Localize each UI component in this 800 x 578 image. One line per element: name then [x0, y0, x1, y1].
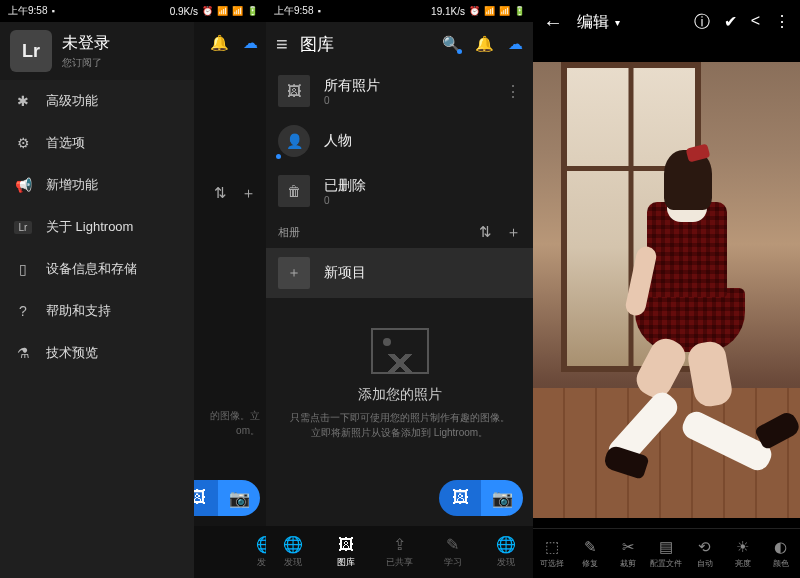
status-time: 上午9:58 — [8, 4, 47, 18]
plus-icon: ＋ — [278, 257, 310, 289]
chevron-down-icon[interactable]: ▾ — [615, 17, 620, 28]
plus-icon[interactable]: ＋ — [506, 223, 521, 242]
row-label: 人物 — [324, 132, 352, 150]
status-time: 上午9:58 — [274, 4, 313, 18]
row-people[interactable]: 👤 人物 — [266, 116, 533, 166]
subscription-status: 您订阅了 — [62, 56, 110, 70]
help-icon: ? — [14, 303, 32, 319]
plus-icon[interactable]: ＋ — [241, 184, 256, 203]
lr-icon: Lr — [14, 221, 32, 234]
star-icon: ✱ — [14, 93, 32, 109]
tool-label: 可选择 — [540, 558, 564, 569]
tool-heal[interactable]: ✎修复 — [571, 529, 609, 578]
tool-label: 裁剪 — [620, 558, 636, 569]
fab-camera[interactable]: 📷 — [218, 480, 260, 516]
cloud-icon[interactable]: ☁ — [508, 35, 523, 53]
tool-label: 颜色 — [773, 558, 789, 569]
globe-icon: 🌐 — [496, 535, 516, 554]
bell-icon[interactable]: 🔔 — [210, 34, 229, 52]
empty-image-icon — [371, 328, 429, 374]
tool-selective[interactable]: ⬚可选择 — [533, 529, 571, 578]
row-label: 已删除 — [324, 177, 366, 195]
auto-icon: ⟲ — [698, 538, 711, 556]
flask-icon: ⚗ — [14, 345, 32, 361]
screen-edit: ← 编辑 ▾ ⓘ ✔ < ⋮ — [533, 0, 800, 578]
nav-discover[interactable]: 🌐发现 — [266, 526, 319, 578]
tool-auto[interactable]: ⟲自动 — [686, 529, 724, 578]
status-net: 19.1K/s — [431, 6, 465, 17]
alarm-icon: ⏰ — [202, 6, 213, 16]
page-title: 图库 — [300, 33, 334, 56]
menu-label: 帮助和支持 — [46, 302, 111, 320]
fab-camera[interactable]: 📷 — [481, 480, 523, 516]
row-all-photos[interactable]: 🖼 所有照片0 ⋮ — [266, 66, 533, 116]
globe-icon: 🌐 — [256, 535, 266, 554]
lr-logo-icon: Lr — [10, 30, 52, 72]
battery-icon: 🔋 — [514, 6, 525, 16]
empty-state: 添加您的照片 只需点击一下即可使用您的照片制作有趣的图像。立即将新照片从设备添加… — [266, 328, 533, 440]
row-count: 0 — [324, 95, 380, 106]
tool-profiles[interactable]: ▤配置文件 — [647, 529, 685, 578]
tool-label: 修复 — [582, 558, 598, 569]
more-icon[interactable]: ⋮ — [505, 82, 521, 101]
nav-library[interactable]: 🖼图库 — [319, 526, 372, 578]
nav-shared[interactable]: ⇪已共享 — [373, 526, 426, 578]
row-label: 所有照片 — [324, 77, 380, 95]
tool-crop[interactable]: ✂裁剪 — [609, 529, 647, 578]
light-icon: ☀ — [736, 538, 749, 556]
nav-learn[interactable]: ✎学习 — [426, 526, 479, 578]
status-app-icon: ▪ — [51, 6, 54, 16]
wifi-icon: 📶 — [499, 6, 510, 16]
gear-icon: ⚙ — [14, 135, 32, 151]
more-icon[interactable]: ⋮ — [774, 12, 790, 33]
sort-icon[interactable]: ⇅ — [214, 184, 227, 203]
fab-add-image[interactable]: 🖼 — [439, 480, 481, 516]
nav-label: 图库 — [337, 556, 355, 569]
wifi-icon: 📶 — [232, 6, 243, 16]
page-title[interactable]: 编辑 — [577, 12, 609, 33]
menu-label: 新增功能 — [46, 176, 98, 194]
nav-label: 发现 — [497, 556, 515, 569]
screen-drawer: 上午9:58▪ 0.9K/s⏰📶📶🔋 Lr 未登录 您订阅了 ✱高级功能 ⚙首选… — [0, 0, 266, 578]
hamburger-icon[interactable]: ≡ — [276, 33, 288, 56]
status-app-icon: ▪ — [317, 6, 320, 16]
battery-icon: 🔋 — [247, 6, 258, 16]
menu-label: 关于 Lightroom — [46, 218, 133, 236]
edit-toolbar: ⬚可选择 ✎修复 ✂裁剪 ▤配置文件 ⟲自动 ☀亮度 ◐颜色 — [533, 528, 800, 578]
back-icon[interactable]: ← — [543, 11, 563, 34]
screen-library: 上午9:58▪ 19.1K/s⏰📶📶🔋 ≡ 图库 🔍 🔔 ☁ 🖼 所有照片0 ⋮… — [266, 0, 533, 578]
globe-icon: 🌐 — [283, 535, 303, 554]
bell-icon[interactable]: 🔔 — [475, 35, 494, 53]
nav-label: 学习 — [444, 556, 462, 569]
tool-color[interactable]: ◐颜色 — [762, 529, 800, 578]
photo-viewport[interactable] — [533, 44, 800, 578]
library-topbar: ≡ 图库 🔍 🔔 ☁ — [266, 22, 533, 66]
tool-label: 亮度 — [735, 558, 751, 569]
background-library-peek: 🔔 ☁ ⇅ ＋ 的图像。立om。 🖼 📷 🌐发现 — [194, 22, 266, 578]
heal-icon: ✎ — [584, 538, 597, 556]
row-new-project[interactable]: ＋ 新项目 — [266, 248, 533, 298]
tool-label: 配置文件 — [650, 558, 682, 569]
tool-label: 自动 — [697, 558, 713, 569]
crop-icon: ✂ — [622, 538, 635, 556]
help-icon[interactable]: ⓘ — [694, 12, 710, 33]
share-icon[interactable]: < — [751, 12, 760, 33]
nav-discover2[interactable]: 🌐发现 — [480, 526, 533, 578]
fab-add-image[interactable]: 🖼 — [194, 480, 218, 516]
status-bar: 上午9:58▪ 0.9K/s⏰📶📶🔋 — [0, 0, 266, 22]
signal-icon: 📶 — [217, 6, 228, 16]
check-icon[interactable]: ✔ — [724, 12, 737, 33]
trash-icon: 🗑 — [278, 175, 310, 207]
status-bar: 上午9:58▪ 19.1K/s⏰📶📶🔋 — [266, 0, 533, 22]
alarm-icon: ⏰ — [469, 6, 480, 16]
nav-label: 发现 — [284, 556, 302, 569]
search-icon[interactable]: 🔍 — [442, 35, 461, 53]
selective-icon: ⬚ — [545, 538, 559, 556]
edited-photo — [533, 62, 800, 518]
sort-icon[interactable]: ⇅ — [479, 223, 492, 242]
row-deleted[interactable]: 🗑 已删除0 — [266, 166, 533, 216]
cloud-icon[interactable]: ☁ — [243, 34, 258, 52]
bottom-nav: 🌐发现 🖼图库 ⇪已共享 ✎学习 🌐发现 — [266, 526, 533, 578]
tool-light[interactable]: ☀亮度 — [724, 529, 762, 578]
profiles-icon: ▤ — [659, 538, 673, 556]
